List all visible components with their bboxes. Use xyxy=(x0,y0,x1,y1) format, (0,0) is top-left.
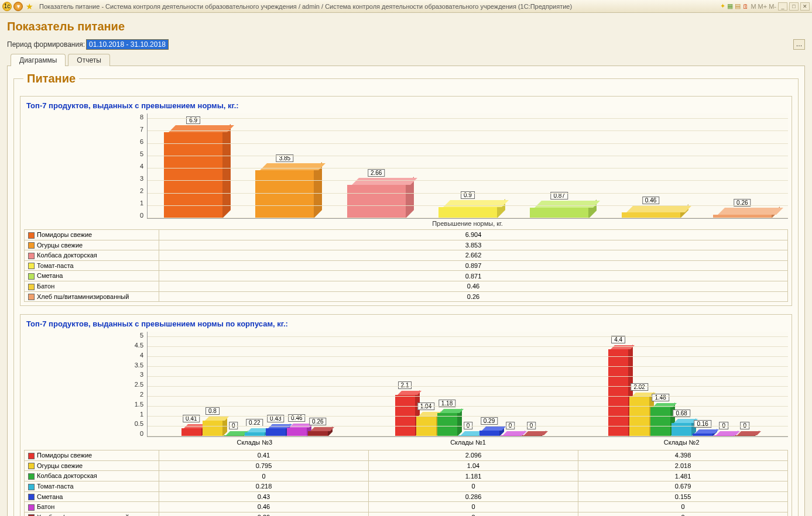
table-row: Колбаса докторская2.662 xyxy=(25,250,788,261)
table-row: Помидоры свежие6.904 xyxy=(25,230,788,240)
memory-mplus-icon: M+ xyxy=(758,3,768,10)
dropdown-icon[interactable]: ▾ xyxy=(13,2,23,11)
chart1-y-axis: 876543210 xyxy=(24,113,147,219)
memory-mminus-icon: M- xyxy=(769,3,776,10)
chart-top7-total: Топ-7 продуктов, выданных с превышением … xyxy=(20,96,792,306)
chart1-data-table: Помидоры свежие6.904Огурцы свежие3.853Ко… xyxy=(24,229,788,302)
window-titlebar: 1c ▾ ★ Показатель питание - Система конт… xyxy=(0,0,812,13)
table-row: Хлеб пш/витаминизированный0.2600 xyxy=(25,512,788,516)
chart2-data-table: Помидоры свежие0.412.0964.398Огурцы свеж… xyxy=(24,450,788,516)
star-icon[interactable]: ★ xyxy=(25,2,34,11)
chart-top7-by-building: Топ-7 продуктов, выданных с превышением … xyxy=(20,314,792,516)
minimize-button[interactable]: _ xyxy=(778,2,787,11)
chart2-group-label: Склады №1 xyxy=(362,439,575,446)
chart2-title: Топ-7 продуктов, выданных с превышением … xyxy=(26,319,786,328)
chart2-group-label: Склады №3 xyxy=(148,439,361,446)
period-value[interactable]: 01.10.2018 - 31.10.2018 xyxy=(86,39,169,50)
chart2-plot: 0.410.800.220.430.460.26Склады №32.11.04… xyxy=(147,332,788,437)
table-row: Батон0.46 xyxy=(25,281,788,291)
calendar-icon[interactable]: 🗓 xyxy=(742,3,749,10)
table-row: Батон0.4600 xyxy=(25,502,788,512)
chart1-x-label: Превышение нормы, кг. xyxy=(147,220,788,227)
window-title: Показатель питание - Система контроля де… xyxy=(36,3,720,10)
tab-reports[interactable]: Отчеты xyxy=(68,54,109,66)
table-row: Колбаса докторская01.1811.481 xyxy=(25,471,788,481)
chart1-title: Топ-7 продуктов, выданных с превышением … xyxy=(26,101,786,110)
page-title: Показатель питание xyxy=(7,20,805,33)
tab-bar: Диаграммы Отчеты xyxy=(7,53,805,66)
table-row: Томат-паста0.897 xyxy=(25,260,788,271)
table-row: Огурцы свежие3.853 xyxy=(25,240,788,250)
calc-icon[interactable]: ▤ xyxy=(735,2,741,10)
tab-diagrams[interactable]: Диаграммы xyxy=(11,54,66,66)
favorite-icon[interactable]: ✦ xyxy=(720,2,725,10)
group-title: Питание xyxy=(23,72,79,85)
maximize-button[interactable]: □ xyxy=(789,2,799,11)
period-picker-button[interactable]: … xyxy=(793,39,805,50)
period-label: Период формирования: xyxy=(7,40,85,49)
table-row: Хлеб пш/витаминизированный0.26 xyxy=(25,291,788,302)
table-row: Помидоры свежие0.412.0964.398 xyxy=(25,450,788,461)
memory-m-icon: M xyxy=(751,3,756,10)
table-row: Сметана0.871 xyxy=(25,271,788,281)
chart2-y-axis: 54.543.532.521.510.50 xyxy=(24,332,147,437)
table-row: Томат-паста0.21800.679 xyxy=(25,481,788,491)
table-row: Огурцы свежие0.7951.042.018 xyxy=(25,460,788,471)
chart1-plot: 6.93.852.660.90.870.460.26 xyxy=(147,113,788,219)
app-icon: 1c xyxy=(2,2,12,11)
period-row: Период формирования: 01.10.2018 - 31.10.… xyxy=(7,39,805,50)
chart2-group-label: Склады №2 xyxy=(575,439,788,446)
table-row: Сметана0.430.2860.155 xyxy=(25,491,788,502)
close-button[interactable]: ✕ xyxy=(800,2,810,11)
grid-icon[interactable]: ▦ xyxy=(727,2,733,10)
